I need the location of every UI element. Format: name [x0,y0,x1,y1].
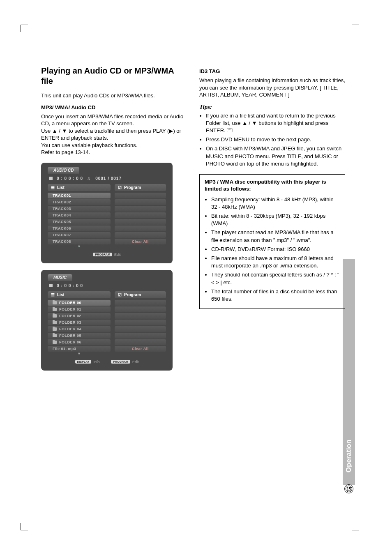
osd-folder-row[interactable]: FOLDER 05 [48,333,111,339]
osd-audio-cd: AUDIO CD 0 : 0 0 : 0 0 ♫ 0001 / 0017 ☰ L… [41,163,173,263]
osd-program-slot[interactable]: . [115,193,166,198]
osd-program-slot[interactable]: . [115,313,166,319]
osd-track-counter: 0001 / 0017 [95,176,122,181]
scroll-down-icon[interactable]: ▼ [48,352,111,356]
list-icon: ☰ [51,185,55,190]
folder-icon [53,321,57,324]
osd-track-row[interactable]: TRACK08 [48,239,111,244]
folder-up-icon [227,128,233,132]
tips-heading: Tips: [199,104,345,111]
osd-music: MUSIC 0 : 0 0 : 0 0 ☰ List FOLDER 00 FOL… [41,270,173,371]
osd-program-slot[interactable]: . [115,206,166,212]
crop-mark [352,523,359,530]
compat-item: The total number of files in a disc shou… [211,288,340,303]
tips-list: If you are in a file list and want to re… [199,112,345,168]
music-note-icon: ♫ [87,176,91,181]
osd-folder-row[interactable]: FOLDER 02 [48,313,111,319]
osd-file-row[interactable]: File 01. mp3 [48,346,111,352]
id3-heading: ID3 TAG [199,68,345,74]
subheading: MP3/ WMA/ Audio CD [41,104,187,111]
osd-tab-label: MUSIC [48,274,72,281]
osd-program-slot[interactable]: . [115,333,166,339]
osd-folder-row[interactable]: FOLDER 00 [48,300,111,306]
osd-footer-program-edit[interactable]: PROGRAM Edit [93,253,120,257]
osd-footer-program-edit[interactable]: PROGRAM Edit [111,360,138,364]
osd-program-slot[interactable]: . [115,232,166,238]
crop-mark [21,523,28,530]
compatibility-box: MP3 / WMA disc compatibility with this p… [199,174,345,309]
crop-mark [21,25,28,32]
page-number: 15 [344,484,353,493]
folder-icon [53,301,57,304]
body-paragraph: Once you insert an MP3/WMA files recorde… [41,113,187,156]
osd-folder-row[interactable]: FOLDER 01 [48,306,111,312]
osd-program-slot[interactable]: . [115,199,166,205]
osd-track-row[interactable]: TRACK05 [48,219,111,225]
osd-track-row[interactable]: TRACK07 [48,232,111,238]
osd-folder-row[interactable]: FOLDER 06 [48,339,111,345]
page-title: Playing an Audio CD or MP3/WMA file [41,66,187,86]
check-icon: ☑ [118,292,122,297]
id3-body: When playing a file containing informati… [199,77,345,99]
folder-icon [53,327,57,331]
osd-footer-display-info[interactable]: DISPLAY Info [75,360,100,364]
tip-item: Press DVD MENU to move to the next page. [206,136,345,143]
osd-folder-row[interactable]: FOLDER 04 [48,326,111,332]
osd-program-slot[interactable]: . [115,326,166,332]
compat-heading: MP3 / WMA disc compatibility with this p… [205,179,340,193]
osd-program-slot[interactable]: . [115,226,166,231]
check-icon: ☑ [118,185,122,190]
osd-program-slot[interactable]: . [115,300,166,306]
osd-track-row[interactable]: TRACK02 [48,199,111,205]
folder-icon [53,308,57,311]
compat-item: Bit rate: within 8 - 320kbps (MP3), 32 -… [211,212,340,227]
folder-icon [53,314,57,318]
section-tab-label: Operation [345,440,353,472]
stop-icon [49,177,53,180]
list-icon: ☰ [51,292,55,297]
folder-icon [53,341,57,344]
osd-track-row[interactable]: TRACK06 [48,226,111,231]
compat-item: They should not contain special letters … [211,271,340,286]
osd-clear-all[interactable]: Clear All [115,239,166,244]
crop-mark [352,25,359,32]
compat-item: File names should have a maximum of 8 le… [211,255,340,269]
osd-program-header: ☑ Program [115,184,166,191]
osd-track-row[interactable]: TRACK04 [48,212,111,218]
scroll-down-icon[interactable]: ▼ [48,244,111,249]
osd-program-slot[interactable]: . [115,219,166,225]
osd-program-slot[interactable]: . [115,306,166,312]
compat-item: CD-R/RW, DVD±R/RW Format: ISO 9660 [211,246,340,253]
compat-list: Sampling frequency: within 8 - 48 kHz (M… [205,196,340,303]
osd-time: 0 : 0 0 : 0 0 [57,176,83,181]
osd-tab-label: AUDIO CD [48,167,79,174]
osd-clear-all[interactable]: Clear All [115,346,166,352]
osd-program-slot[interactable]: . [115,339,166,345]
osd-list-header: ☰ List [48,184,111,191]
osd-folder-row[interactable]: FOLDER 03 [48,320,111,325]
compat-item: Sampling frequency: within 8 - 48 kHz (M… [211,196,340,211]
osd-program-slot[interactable]: . [115,320,166,325]
compat-item: The player cannot read an MP3/WMA file t… [211,229,340,244]
osd-program-header: ☑ Program [115,291,166,298]
osd-track-row[interactable]: TRACK01 [48,193,111,198]
osd-time: 0 : 0 0 : 0 0 [57,283,83,288]
intro-text: This unit can play Audio CDs or MP3/WMA … [41,92,187,99]
stop-icon [49,284,53,287]
folder-icon [53,334,57,337]
tip-item: If you are in a file list and want to re… [206,112,345,135]
tip-item: On a DISC with MP3/WMA and JPEG file, yo… [206,145,345,168]
osd-program-slot[interactable]: . [115,212,166,218]
osd-list-header: ☰ List [48,291,111,298]
osd-track-row[interactable]: TRACK03 [48,206,111,212]
